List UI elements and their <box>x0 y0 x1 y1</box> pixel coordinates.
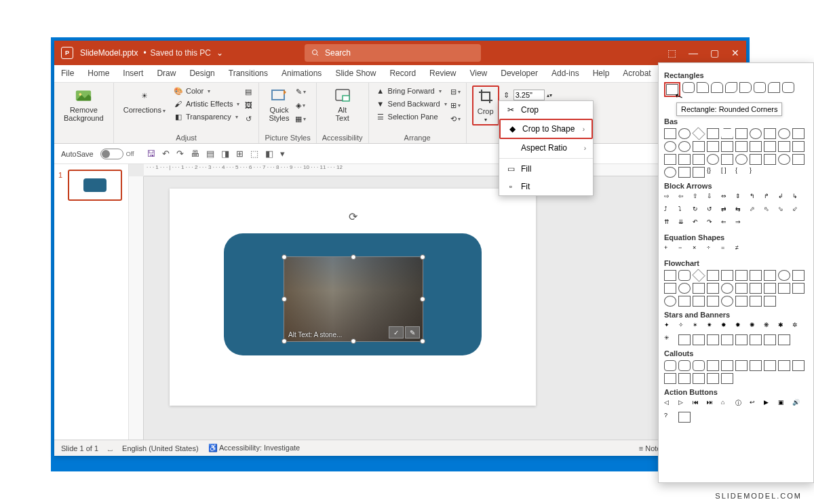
tab-design[interactable]: Design <box>182 65 221 82</box>
shape-item[interactable]: ▶ <box>764 399 776 410</box>
shape-item[interactable]: ✱ <box>778 322 790 332</box>
shape-item[interactable]: { <box>735 167 748 178</box>
shape-item[interactable] <box>664 270 676 281</box>
shape-item[interactable] <box>664 360 676 371</box>
alt-text-button[interactable]: Alt Text <box>322 85 363 123</box>
shape-item[interactable] <box>707 154 719 165</box>
shape-item[interactable]: ✺ <box>750 322 762 332</box>
shape-item[interactable] <box>678 128 691 139</box>
resize-handle[interactable] <box>282 254 287 260</box>
shape-item[interactable]: ✶ <box>693 322 705 332</box>
shape-item[interactable] <box>792 154 805 165</box>
reset-picture-icon[interactable]: ↺ <box>244 114 253 123</box>
shape-item[interactable]: ⏭ <box>707 399 719 410</box>
shape-round-side[interactable] <box>739 82 752 93</box>
shape-item[interactable]: } <box>750 167 762 178</box>
resize-handle[interactable] <box>351 254 356 260</box>
corrections-button[interactable]: ☀ Corrections <box>119 85 170 115</box>
language-indicator[interactable]: English (United States) <box>122 444 199 452</box>
shape-item[interactable]: ⇊ <box>678 218 691 229</box>
picture-border-icon[interactable]: ✎ <box>296 87 305 96</box>
rotate-icon[interactable]: ⟲ <box>451 114 461 123</box>
shape-item[interactable]: ⇦ <box>678 193 691 203</box>
shape-round-rect3[interactable] <box>782 82 794 93</box>
tab-view[interactable]: View <box>463 65 494 82</box>
remove-background-button[interactable]: Remove Background <box>60 85 108 123</box>
shape-item[interactable]: ⇩ <box>707 193 719 203</box>
crop-button[interactable]: Crop ▾ <box>472 85 499 125</box>
qat-icon-4[interactable]: ⊞ <box>236 149 244 159</box>
shape-item[interactable] <box>678 154 691 165</box>
shape-item[interactable]: ❋ <box>764 322 776 332</box>
shape-item[interactable] <box>721 373 733 384</box>
shape-item[interactable] <box>693 154 705 165</box>
shape-item[interactable] <box>721 296 733 307</box>
shape-item[interactable] <box>678 270 691 281</box>
shape-item[interactable]: {} <box>707 167 719 178</box>
ribbon-display-icon[interactable]: ⬚ <box>667 47 676 58</box>
shape-item[interactable]: ↲ <box>778 193 790 203</box>
picture-layout-icon[interactable]: ▦ <box>296 114 305 123</box>
shape-item[interactable]: + <box>664 244 676 255</box>
shape-item[interactable]: ✹ <box>735 322 748 332</box>
tab-draw[interactable]: Draw <box>150 65 182 82</box>
shape-item[interactable] <box>778 334 790 345</box>
shape-item[interactable] <box>778 360 790 371</box>
shape-item[interactable]: ↺ <box>707 206 719 216</box>
shape-item[interactable] <box>693 141 705 152</box>
shape-item[interactable]: ↳ <box>792 193 805 203</box>
transparency-button[interactable]: ◧Transparency <box>172 111 241 122</box>
maximize-button[interactable]: ▢ <box>710 47 719 58</box>
shape-item[interactable] <box>764 141 776 152</box>
shape-item[interactable] <box>721 360 733 371</box>
shape-item[interactable] <box>707 270 719 281</box>
shape-item[interactable]: ⇨ <box>664 193 676 203</box>
shape-item[interactable] <box>678 334 691 345</box>
tab-developer[interactable]: Developer <box>494 65 545 82</box>
tab-slideshow[interactable]: Slide Show <box>328 65 383 82</box>
shape-item[interactable]: ◁ <box>664 399 676 410</box>
shape-item[interactable] <box>735 154 748 165</box>
shape-item[interactable] <box>778 128 790 139</box>
shape-item[interactable]: [ ] <box>721 167 733 178</box>
shape-item[interactable] <box>750 141 762 152</box>
tab-transitions[interactable]: Transitions <box>222 65 275 82</box>
shape-item[interactable]: ⇆ <box>735 206 748 216</box>
shape-item[interactable]: ↱ <box>764 193 776 203</box>
shape-item[interactable]: ⇧ <box>693 193 705 203</box>
shape-item[interactable] <box>778 141 790 152</box>
shape-item[interactable]: ↶ <box>693 218 705 229</box>
picture-effects-icon[interactable]: ◈ <box>296 100 305 110</box>
shape-item[interactable] <box>750 154 762 165</box>
shape-item[interactable] <box>692 269 705 282</box>
shape-item[interactable] <box>750 334 762 345</box>
qat-icon-3[interactable]: ◨ <box>221 149 229 159</box>
shape-item[interactable] <box>707 373 719 384</box>
shape-item[interactable]: ≠ <box>735 244 748 255</box>
align-icon[interactable]: ⊟ <box>451 87 461 96</box>
quick-styles-button[interactable]: Quick Styles <box>265 85 293 123</box>
resize-handle[interactable] <box>351 338 356 344</box>
shape-item[interactable] <box>750 128 762 139</box>
shape-item[interactable] <box>735 334 748 345</box>
shape-item[interactable]: ✷ <box>707 322 719 332</box>
shape-item[interactable] <box>693 360 705 371</box>
tab-review[interactable]: Review <box>423 65 463 82</box>
shape-item[interactable] <box>693 167 705 178</box>
shape-item[interactable] <box>764 360 776 371</box>
shape-item[interactable]: ⬂ <box>778 206 790 216</box>
shape-item[interactable] <box>792 283 805 294</box>
shape-item[interactable] <box>721 141 733 152</box>
shape-item[interactable] <box>735 128 748 139</box>
shape-item[interactable] <box>707 283 719 294</box>
shape-item[interactable] <box>693 296 705 307</box>
resize-handle[interactable] <box>282 296 287 302</box>
slide-thumbnail-1[interactable] <box>68 170 122 201</box>
shape-item[interactable]: ⇔ <box>721 193 733 203</box>
qat-icon-5[interactable]: ⬚ <box>250 149 258 159</box>
shape-item[interactable]: ⏮ <box>693 399 705 410</box>
tab-record[interactable]: Record <box>383 65 423 82</box>
shape-item[interactable] <box>678 373 691 384</box>
shape-item[interactable] <box>721 270 733 281</box>
tab-insert[interactable]: Insert <box>116 65 150 82</box>
